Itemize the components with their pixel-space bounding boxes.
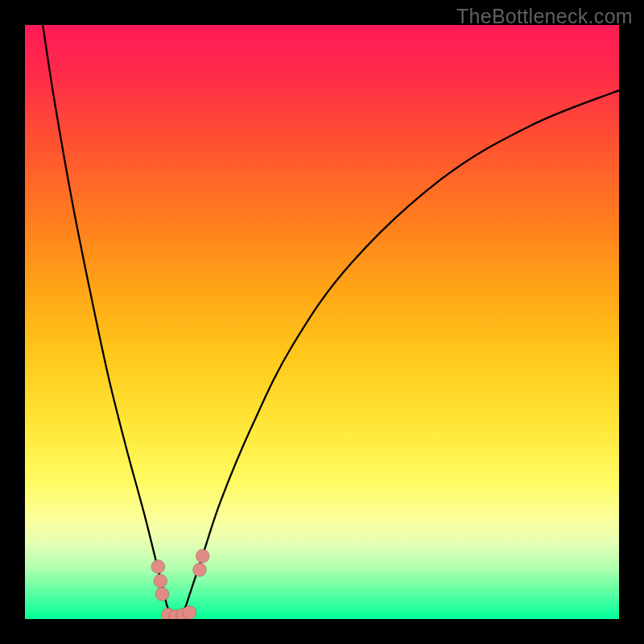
- bottleneck-curve: [43, 25, 619, 619]
- chart-frame: TheBottleneck.com: [0, 0, 644, 644]
- data-marker: [154, 574, 167, 588]
- data-marker: [192, 563, 206, 576]
- curve-layer: [25, 25, 619, 619]
- plot-area: [25, 25, 619, 619]
- data-marker: [155, 588, 169, 601]
- data-marker: [183, 605, 196, 619]
- data-marker: [196, 549, 209, 563]
- watermark-text: TheBottleneck.com: [456, 5, 633, 28]
- data-markers: [151, 549, 209, 619]
- data-marker: [151, 560, 165, 574]
